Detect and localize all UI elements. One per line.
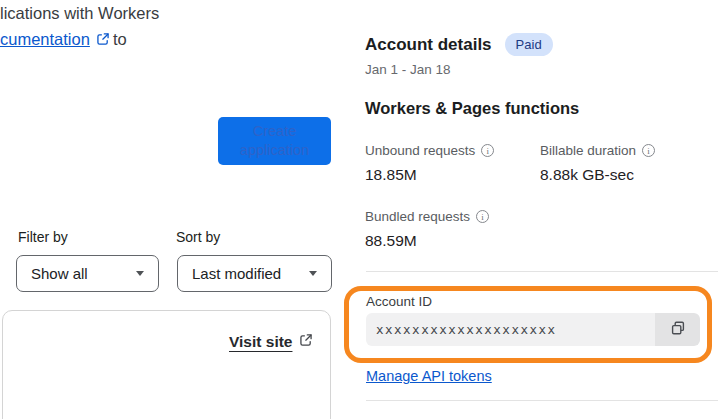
filter-by-label: Filter by: [18, 229, 68, 245]
project-card: [2, 310, 331, 419]
external-link-icon: [299, 333, 313, 351]
workers-pages-dashboard: lications with Workers cumentationto Cre…: [0, 0, 718, 419]
intro-line-2: cumentationto: [0, 26, 159, 53]
chevron-down-icon: [136, 271, 144, 276]
chevron-down-icon: [309, 271, 317, 276]
sort-dropdown[interactable]: Last modified: [177, 255, 332, 292]
metric-label: Unbound requests i: [365, 143, 494, 158]
documentation-link[interactable]: cumentation: [0, 30, 90, 48]
filter-dropdown[interactable]: Show all: [16, 255, 159, 292]
copy-icon: [670, 320, 686, 339]
copy-button[interactable]: [655, 313, 700, 346]
divider: [366, 271, 718, 272]
intro-line-1: lications with Workers: [0, 0, 159, 26]
sort-dropdown-value: Last modified: [192, 265, 281, 282]
intro-text: lications with Workers cumentationto: [0, 0, 159, 53]
paid-status-badge: Paid: [505, 33, 553, 56]
visit-site-label: Visit site: [229, 333, 292, 351]
account-id-input[interactable]: [366, 313, 655, 346]
divider: [366, 400, 718, 401]
info-icon[interactable]: i: [476, 210, 489, 223]
date-range: Jan 1 - Jan 18: [365, 62, 451, 77]
account-id-label: Account ID: [366, 294, 432, 309]
info-icon[interactable]: i: [481, 144, 494, 157]
info-icon[interactable]: i: [642, 144, 655, 157]
section-title: Workers & Pages functions: [365, 99, 579, 118]
sort-by-label: Sort by: [176, 229, 220, 245]
intro-suffix: to: [113, 30, 127, 48]
filter-dropdown-value: Show all: [31, 265, 88, 282]
external-link-icon: [96, 27, 110, 53]
manage-api-tokens-link[interactable]: Manage API tokens: [366, 368, 492, 384]
metric-label: Billable duration i: [540, 143, 655, 158]
page-title: Account details: [365, 35, 492, 55]
metric-label: Bundled requests i: [365, 209, 489, 224]
metric-value: 18.85M: [365, 166, 417, 184]
account-id-field-group: [366, 313, 700, 346]
create-application-button[interactable]: Create application: [218, 117, 331, 165]
metric-value: 8.88k GB-sec: [540, 166, 634, 184]
metric-value: 88.59M: [365, 232, 417, 250]
account-details-header: Account details Paid: [365, 33, 553, 56]
visit-site-link[interactable]: Visit site: [229, 333, 313, 351]
